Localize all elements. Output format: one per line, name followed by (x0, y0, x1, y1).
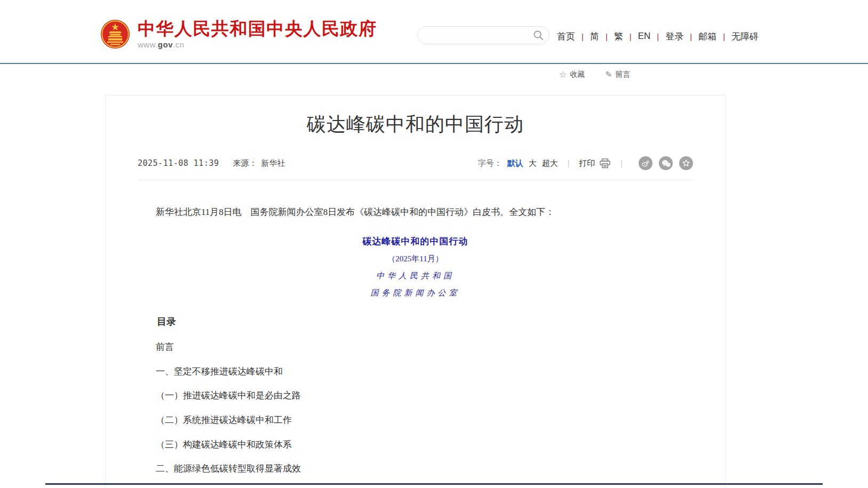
national-emblem-icon (100, 19, 130, 49)
nav-home[interactable]: 首页 (557, 30, 575, 43)
font-size-label: 字号： (478, 158, 502, 169)
toc-item: （二）系统推进碳达峰碳中和工作 (138, 415, 693, 426)
source-value[interactable]: 新华社 (261, 159, 285, 167)
nav-separator: | (690, 32, 692, 41)
toc-item: 前言 (138, 342, 693, 353)
source-label: 来源： (233, 159, 257, 167)
article-meta-tools: 字号： 默认 大 超大 | 打印 | (478, 156, 693, 170)
document-date: （2025年11月） (138, 254, 693, 264)
wechat-share-icon[interactable] (659, 156, 673, 170)
site-url: www.gov.cn (138, 40, 377, 49)
header-divider (0, 63, 868, 64)
nav-separator: | (657, 32, 659, 41)
quick-tools: ☆ 收藏 ✎ 留言 (559, 70, 651, 79)
document-author-line-2: 国务院新闻办公室 (138, 288, 693, 298)
comment-label: 留言 (616, 70, 631, 79)
nav-separator: | (723, 32, 725, 41)
document-author-line-1: 中华人民共和国 (138, 271, 693, 281)
toc-item: （三）构建碳达峰碳中和政策体系 (138, 440, 693, 450)
search-input[interactable] (426, 26, 533, 44)
site-brand: 中华人民共和国中央人民政府 www.gov.cn (138, 20, 377, 49)
toc-item: （一）推进碳达峰碳中和是必由之路 (138, 391, 693, 401)
search-button[interactable] (533, 30, 544, 41)
qzone-star-share-icon[interactable] (679, 156, 693, 170)
vertical-separator: | (568, 159, 570, 167)
font-size-large[interactable]: 大 (529, 158, 537, 169)
document-title: 碳达峰碳中和的中国行动 (138, 235, 693, 247)
article-meta-row: 2025-11-08 11:39 来源：新华社 字号： 默认 大 超大 | 打印 (138, 156, 693, 180)
site-logo-group[interactable]: 中华人民共和国中央人民政府 www.gov.cn (100, 19, 377, 49)
publish-date: 2025-11-08 11:39 (138, 158, 219, 168)
footer-top-edge (45, 483, 823, 485)
article-meta-left: 2025-11-08 11:39 来源：新华社 (138, 158, 285, 169)
top-nav: 首页 | 简 | 繁 | EN | 登录 | 邮箱 | 无障碍 (557, 29, 759, 43)
pencil-icon: ✎ (605, 70, 612, 79)
article-card: 碳达峰碳中和的中国行动 2025-11-08 11:39 来源：新华社 字号： … (105, 95, 726, 488)
toc-title: 目录 (138, 315, 693, 328)
magnifier-icon (533, 30, 544, 41)
nav-separator: | (606, 32, 608, 41)
nav-accessibility[interactable]: 无障碍 (731, 30, 759, 43)
print-label: 打印 (579, 158, 595, 169)
article-title: 碳达峰碳中和的中国行动 (138, 111, 693, 137)
comment-button[interactable]: ✎ 留言 (605, 70, 630, 79)
share-group (632, 156, 693, 170)
toc-item: 二、能源绿色低碳转型取得显著成效 (138, 464, 693, 474)
nav-separator: | (582, 32, 584, 41)
source: 来源：新华社 (233, 158, 285, 169)
vertical-separator: | (620, 159, 623, 167)
document-heading: 碳达峰碳中和的中国行动 （2025年11月） 中华人民共和国 国务院新闻办公室 (138, 235, 693, 298)
nav-login[interactable]: 登录 (665, 30, 683, 43)
print-button[interactable]: 打印 (579, 158, 611, 169)
nav-simplified[interactable]: 简 (590, 30, 599, 43)
nav-separator: | (630, 32, 632, 41)
font-size-default[interactable]: 默认 (507, 158, 523, 169)
lead-paragraph: 新华社北京11月8日电 国务院新闻办公室8日发布《碳达峰碳中和的中国行动》白皮书… (138, 205, 693, 220)
nav-english[interactable]: EN (638, 31, 651, 42)
toc-item: 一、坚定不移推进碳达峰碳中和 (138, 367, 693, 377)
site-title: 中华人民共和国中央人民政府 (138, 20, 377, 38)
favorite-label: 收藏 (570, 70, 585, 79)
favorite-button[interactable]: ☆ 收藏 (559, 70, 585, 79)
weibo-share-icon[interactable] (639, 156, 652, 170)
article-body: 新华社北京11月8日电 国务院新闻办公室8日发布《碳达峰碳中和的中国行动》白皮书… (138, 205, 693, 488)
font-size-xlarge[interactable]: 超大 (542, 158, 558, 169)
site-header: 中华人民共和国中央人民政府 www.gov.cn 首页 | 简 | 繁 | EN… (0, 0, 868, 63)
nav-traditional[interactable]: 繁 (614, 30, 623, 43)
search-box (417, 26, 550, 44)
star-outline-icon: ☆ (559, 70, 567, 79)
nav-mail[interactable]: 邮箱 (698, 30, 716, 43)
printer-icon (599, 158, 611, 169)
